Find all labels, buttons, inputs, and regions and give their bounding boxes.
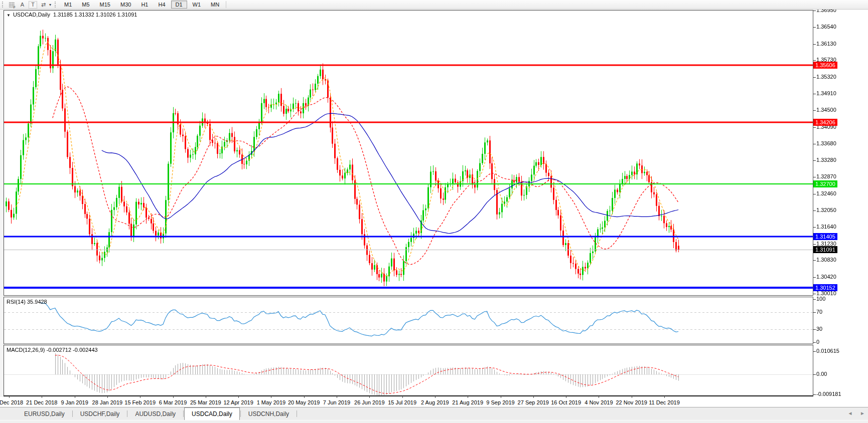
toolbar-grip — [2, 2, 4, 8]
price-tick-label: 1.34500 — [816, 107, 836, 113]
text-tool-icon[interactable]: T — [29, 1, 37, 9]
chart-title: ▼USDCAD,Daily 1.31185 1.31332 1.31026 1.… — [7, 12, 137, 18]
date-label: 21 Dec 2018 — [26, 399, 57, 405]
time-tick — [173, 396, 174, 398]
rsi-tick-label: 100 — [816, 296, 825, 302]
date-label: 4 Nov 2019 — [585, 399, 613, 405]
macd-tick-label: 0.010615 — [816, 348, 839, 354]
price-tick-label: 1.31230 — [816, 241, 836, 247]
price-line-badge: 1.34206 — [813, 119, 837, 126]
toolbar: F A T ⇄ ▾ M1M5M15M30H1H4D1W1MN — [0, 0, 868, 10]
macd-pane-label: MACD(12,26,9) -0.002712 -0.002443 — [7, 347, 98, 353]
date-label: 28 Jan 2019 — [92, 399, 123, 405]
tab-audusd[interactable]: AUDUSD,Daily — [128, 408, 183, 420]
date-label: 16 Oct 2019 — [551, 399, 581, 405]
price-tick-label: 1.35320 — [816, 74, 836, 80]
price-tick-label: 1.30420 — [816, 274, 836, 280]
timeframe-button-m1[interactable]: M1 — [60, 1, 76, 9]
dropdown-caret-icon[interactable]: ▾ — [49, 3, 51, 7]
time-tick — [42, 396, 42, 398]
time-tick — [304, 396, 305, 398]
price-line-badge: 1.32700 — [813, 180, 837, 187]
grid-f-icon[interactable]: F — [8, 1, 16, 9]
time-tick — [566, 396, 566, 398]
rsi-tick-label: 0 — [816, 339, 819, 345]
date-label: 25 Mar 2019 — [190, 399, 221, 405]
timeframe-button-mn[interactable]: MN — [206, 1, 224, 9]
time-axis[interactable]: 3 Dec 201821 Dec 20189 Jan 201928 Jan 20… — [0, 397, 868, 407]
tab-usdcad[interactable]: USDCAD,Daily — [184, 407, 240, 420]
timeframe-button-m15[interactable]: M15 — [95, 1, 115, 9]
timeframe-button-m5[interactable]: M5 — [77, 1, 94, 9]
scroll-right-icon[interactable]: ► — [860, 410, 865, 416]
date-label: 21 Aug 2019 — [452, 399, 483, 405]
scroll-left-icon[interactable]: ◄ — [847, 410, 852, 416]
window-left-margin — [0, 10, 4, 407]
price-line-badge: 1.30152 — [813, 284, 837, 291]
time-tick — [9, 396, 10, 398]
time-tick — [206, 396, 206, 398]
chart-symbol-label: USDCAD,Daily — [13, 12, 50, 18]
time-tick — [599, 396, 599, 398]
price-tick-label: 1.36540 — [816, 24, 836, 30]
chart-canvas[interactable] — [0, 0, 868, 423]
price-tick-label: 1.33280 — [816, 157, 836, 163]
price-tick-label: 1.30830 — [816, 257, 836, 263]
date-label: 6 Mar 2019 — [159, 399, 187, 405]
time-tick — [107, 396, 108, 398]
macd-tick-label: 0.00 — [816, 371, 827, 377]
macd-tick-label: -0.009181 — [816, 391, 841, 397]
time-tick — [140, 396, 140, 398]
time-tick — [337, 396, 337, 398]
timeframe-button-h4[interactable]: H4 — [154, 1, 170, 9]
time-tick — [533, 396, 534, 398]
chart-ohlc-values: 1.31185 1.31332 1.31026 1.31091 — [53, 12, 137, 18]
time-tick — [75, 396, 75, 398]
time-tick — [632, 396, 632, 398]
timeframe-button-m30[interactable]: M30 — [116, 1, 135, 9]
symbol-dropdown-icon[interactable]: ▼ — [7, 13, 11, 18]
time-tick — [238, 396, 239, 398]
tab-separator — [297, 410, 297, 417]
date-label: 15 Feb 2019 — [124, 399, 156, 405]
timeframe-button-group: M1M5M15M30H1H4D1W1MN — [59, 1, 224, 9]
rsi-pane-label: RSI(14) 35.9428 — [7, 299, 47, 305]
date-label: 2 Aug 2019 — [421, 399, 449, 405]
time-tick — [402, 396, 403, 398]
tab-scroll-arrows: ◄ ► — [841, 410, 865, 416]
tab-separator — [127, 410, 127, 417]
time-tick — [664, 396, 665, 398]
date-label: 27 Sep 2019 — [518, 399, 549, 405]
tab-separator — [183, 410, 184, 417]
price-tick-label: 1.32460 — [816, 190, 836, 196]
date-label: 3 Dec 2018 — [0, 399, 23, 405]
time-tick — [369, 396, 370, 398]
price-tick-label: 1.32050 — [816, 207, 836, 213]
rsi-tick-label: 30 — [816, 326, 822, 332]
timeframe-button-d1[interactable]: D1 — [171, 1, 187, 9]
price-tick-label: 1.33680 — [816, 140, 836, 146]
price-tick-label: 1.34910 — [816, 90, 836, 96]
price-line-badge: 1.35606 — [813, 62, 837, 69]
status-strip — [0, 420, 868, 423]
date-label: 9 Jan 2019 — [61, 399, 88, 405]
date-label: 20 May 2019 — [288, 399, 320, 405]
current-price-badge: 1.31091 — [813, 246, 837, 253]
price-tick-label: 1.36130 — [816, 41, 836, 47]
arrows-style-icon[interactable]: ⇄ — [39, 1, 48, 9]
time-tick — [468, 396, 468, 398]
tab-usdcnh[interactable]: USDCNH,Daily — [241, 408, 296, 420]
timeframe-button-h1[interactable]: H1 — [136, 1, 153, 9]
date-label: 12 Apr 2019 — [223, 399, 253, 405]
macd-main-value: -0.002712 — [46, 347, 71, 353]
text-label-icon[interactable]: A — [18, 1, 27, 9]
tab-eurusd[interactable]: EURUSD,Daily — [17, 408, 72, 420]
rsi-tick-label: 70 — [816, 309, 822, 315]
timeframe-button-w1[interactable]: W1 — [188, 1, 206, 9]
date-label: 15 Jul 2019 — [388, 399, 416, 405]
tab-separator — [72, 410, 73, 417]
price-tick-label: 1.31640 — [816, 224, 836, 230]
date-label: 1 May 2019 — [257, 399, 285, 405]
tab-usdchf[interactable]: USDCHF,Daily — [73, 408, 127, 420]
price-tick-label: 1.32870 — [816, 173, 836, 179]
